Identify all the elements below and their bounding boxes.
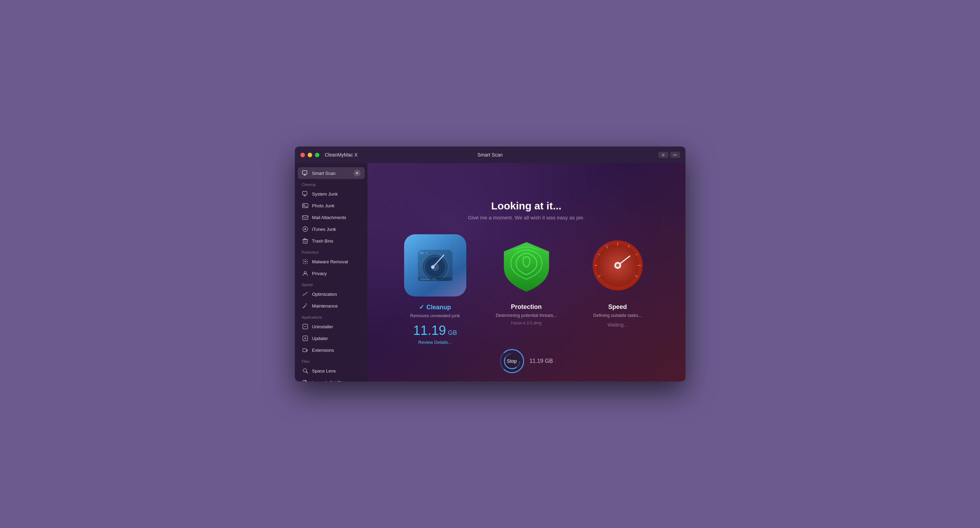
uninstaller-icon	[302, 323, 309, 330]
system-junk-label: System Junk	[312, 191, 338, 197]
speed-icon-wrap	[587, 234, 649, 296]
cleanup-subtitle: Removes unneeded junk	[410, 313, 460, 318]
app-window: CleanMyMac X Smart Scan ⚙ ••• Smart Scan	[295, 146, 686, 382]
applications-section-label: Applications	[298, 312, 365, 321]
review-details-link[interactable]: Review Details...	[418, 340, 452, 345]
svg-rect-54	[425, 251, 428, 254]
sidebar: Smart Scan Cleanup System Junk	[295, 163, 368, 382]
header-section: Looking at it... Give me a moment. We al…	[468, 200, 585, 221]
sidebar-item-large-old-files[interactable]: Large & Old Files	[298, 377, 365, 382]
sidebar-item-maintenance[interactable]: Maintenance	[298, 300, 365, 312]
titlebar: CleanMyMac X Smart Scan ⚙ •••	[295, 146, 686, 163]
svg-line-27	[305, 293, 306, 295]
svg-line-37	[306, 372, 308, 373]
svg-line-21	[306, 263, 307, 264]
malware-removal-label: Malware Removal	[312, 259, 348, 264]
bottom-bar: Stop 11.19 GB	[500, 349, 553, 373]
optimization-label: Optimization	[312, 292, 337, 297]
protection-card: Protection Determining potential threats…	[485, 234, 568, 328]
cleanup-size: 11.19	[413, 324, 446, 337]
photo-junk-label: Photo Junk	[312, 203, 335, 208]
mail-icon	[302, 214, 309, 221]
main-title: Looking at it...	[468, 200, 585, 212]
sidebar-item-uninstaller[interactable]: Uninstaller	[298, 321, 365, 332]
sidebar-item-system-junk[interactable]: System Junk	[298, 188, 365, 200]
trash-icon	[302, 237, 309, 244]
svg-line-20	[303, 259, 304, 261]
svg-line-28	[306, 292, 308, 293]
stop-size: 11.19 GB	[530, 358, 553, 364]
svg-point-71	[616, 264, 619, 267]
photo-junk-icon	[302, 202, 309, 209]
privacy-icon	[302, 270, 309, 277]
protection-filename: Hazel-4.3.5.dmg	[511, 321, 541, 326]
main-content: Looking at it... Give me a moment. We al…	[368, 163, 686, 382]
settings-button[interactable]: ⚙	[659, 152, 668, 158]
mail-attachments-label: Mail Attachments	[312, 215, 346, 220]
cleanup-section-label: Cleanup	[298, 179, 365, 188]
svg-rect-0	[302, 171, 307, 174]
system-junk-icon	[302, 191, 309, 197]
protection-icon-wrap	[495, 234, 558, 296]
svg-point-3	[356, 172, 358, 174]
stop-label: Stop	[507, 358, 517, 364]
sidebar-item-itunes-junk[interactable]: iTunes Junk	[298, 223, 365, 235]
extensions-label: Extensions	[312, 348, 334, 353]
sidebar-item-optimization[interactable]: Optimization	[298, 288, 365, 300]
svg-point-52	[431, 266, 434, 269]
space-lens-label: Space Lens	[312, 368, 336, 374]
sidebar-item-mail-attachments[interactable]: Mail Attachments	[298, 212, 365, 223]
speed-waiting: Waiting...	[608, 322, 628, 328]
sidebar-item-smart-scan[interactable]: Smart Scan	[298, 167, 365, 179]
cleanup-size-unit: GB	[448, 329, 457, 337]
svg-rect-57	[431, 278, 437, 280]
sidebar-item-trash-bins[interactable]: Trash Bins	[298, 235, 365, 247]
stop-button[interactable]: Stop	[500, 349, 524, 373]
sidebar-item-malware-removal[interactable]: Malware Removal	[298, 256, 365, 267]
window-title: Smart Scan	[477, 152, 503, 157]
minimize-button[interactable]	[308, 153, 312, 157]
uninstaller-label: Uninstaller	[312, 324, 333, 329]
sidebar-item-updater[interactable]: Updater	[298, 332, 365, 344]
svg-point-24	[304, 272, 306, 274]
svg-line-25	[303, 294, 304, 296]
svg-line-22	[306, 259, 307, 261]
close-button[interactable]	[301, 153, 305, 157]
updater-icon	[302, 335, 309, 342]
trash-bins-label: Trash Bins	[312, 239, 334, 243]
traffic-lights	[301, 153, 320, 157]
maximize-button[interactable]	[315, 153, 320, 157]
sidebar-item-photo-junk[interactable]: Photo Junk	[298, 200, 365, 212]
sidebar-item-space-lens[interactable]: Space Lens	[298, 365, 365, 377]
svg-point-15	[305, 261, 306, 262]
speed-subtitle: Defining suitable tasks...	[593, 313, 642, 318]
svg-line-23	[303, 263, 304, 264]
smart-scan-icon	[302, 170, 309, 177]
sidebar-item-extensions[interactable]: Extensions	[298, 344, 365, 356]
malware-icon	[302, 258, 309, 265]
large-old-files-label: Large & Old Files	[312, 380, 347, 382]
maintenance-icon	[302, 302, 309, 309]
updater-label: Updater	[312, 336, 328, 341]
svg-rect-56	[420, 278, 430, 280]
more-button[interactable]: •••	[670, 152, 680, 158]
sidebar-item-privacy[interactable]: Privacy	[298, 267, 365, 279]
svg-rect-11	[303, 240, 307, 243]
privacy-label: Privacy	[312, 271, 327, 276]
space-lens-icon	[302, 367, 309, 374]
itunes-icon	[302, 226, 309, 232]
svg-rect-35	[303, 349, 306, 352]
smart-scan-label: Smart Scan	[312, 171, 336, 176]
svg-point-8	[304, 205, 305, 205]
protection-subtitle: Determining potential threats...	[496, 313, 557, 318]
svg-rect-53	[420, 251, 424, 254]
smart-scan-badge	[354, 170, 361, 177]
extensions-icon	[302, 347, 309, 353]
speed-title: Speed	[608, 304, 627, 311]
app-title: CleanMyMac X	[325, 152, 358, 157]
cleanup-card: ✓Cleanup Removes unneeded junk 11.19 GB …	[394, 234, 477, 345]
large-files-icon	[302, 379, 309, 382]
svg-rect-9	[302, 216, 308, 219]
main-subtitle: Give me a moment. We all wish it was eas…	[468, 215, 585, 221]
protection-section-label: Protection	[298, 247, 365, 256]
